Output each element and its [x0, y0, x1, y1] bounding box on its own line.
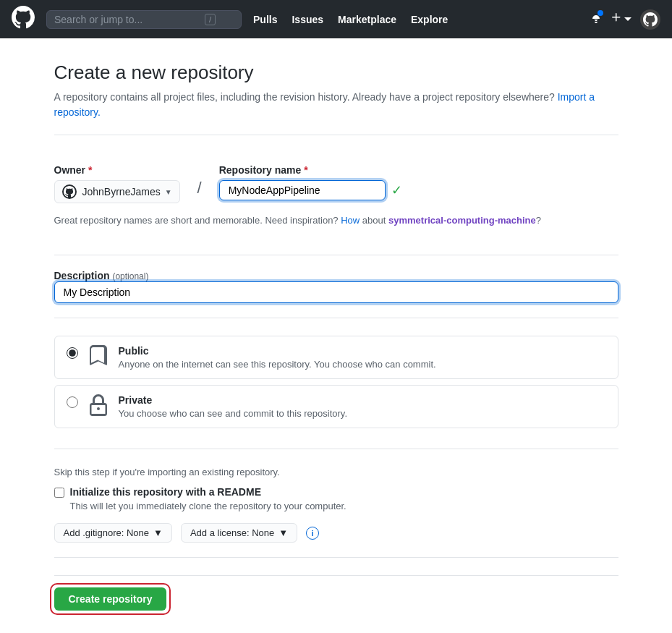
description-group: Description (optional) — [54, 270, 618, 303]
divider-3 — [54, 318, 618, 318]
private-radio[interactable] — [67, 396, 78, 408]
private-option[interactable]: Private You choose who can see and commi… — [54, 385, 618, 428]
public-title: Public — [119, 345, 436, 357]
description-label: Description (optional) — [54, 270, 149, 281]
keyboard-shortcut: / — [205, 14, 216, 25]
nav-issues[interactable]: Issues — [292, 14, 323, 25]
notification-dot — [597, 10, 603, 16]
container: Create a new repository A repository con… — [40, 61, 633, 633]
info-icon[interactable]: i — [306, 527, 319, 540]
divider-1 — [54, 135, 618, 135]
form-owner-section: Owner * JohnByrneJames ▼ / Repository na… — [54, 150, 618, 240]
divider-5 — [54, 557, 618, 558]
skip-text: Skip this step if you're importing an ex… — [54, 467, 618, 477]
nav-explore[interactable]: Explore — [411, 14, 448, 25]
public-desc: Anyone on the internet can see this repo… — [119, 359, 436, 370]
create-btn-wrapper: Create repository — [54, 587, 167, 611]
create-repository-button[interactable]: Create repository — [54, 587, 167, 611]
visibility-options: Public Anyone on the internet can see th… — [54, 336, 618, 434]
notifications-button[interactable] — [590, 12, 602, 27]
owner-name: JohnByrneJames — [82, 186, 161, 197]
repo-name-required: * — [304, 164, 307, 176]
repo-name-label: Repository name * — [219, 164, 402, 176]
owner-avatar — [62, 184, 77, 199]
main-content: Create a new repository A repository con… — [0, 38, 672, 633]
private-title: Private — [119, 394, 348, 406]
inspiration-text: Great repository names are short and mem… — [54, 215, 618, 226]
slash-separator: / — [197, 179, 202, 203]
owner-required: * — [88, 164, 92, 176]
public-option[interactable]: Public Anyone on the internet can see th… — [54, 336, 618, 379]
license-dropdown[interactable]: Add a license: None ▼ — [181, 523, 297, 543]
page-subtitle: A repository contains all project files,… — [54, 90, 618, 120]
navbar: / Pulls Issues Marketplace Explore — [0, 0, 672, 38]
github-logo[interactable] — [12, 6, 35, 33]
page-title: Create a new repository — [54, 61, 618, 84]
nav-pulls[interactable]: Pulls — [253, 14, 277, 25]
gitignore-caret: ▼ — [153, 527, 163, 538]
readme-checkbox[interactable] — [54, 488, 64, 498]
license-caret: ▼ — [278, 527, 288, 538]
public-content: Public Anyone on the internet can see th… — [119, 345, 436, 370]
divider-2 — [54, 255, 618, 255]
nav-marketplace[interactable]: Marketplace — [338, 14, 396, 25]
private-desc: You choose who can see and commit to thi… — [119, 408, 348, 419]
readme-row: Initialize this repository with a README — [54, 486, 618, 498]
inspiration-how-link[interactable]: How — [341, 215, 360, 226]
avatar[interactable] — [640, 9, 660, 30]
owner-label: Owner * — [54, 164, 180, 176]
gitignore-label: Add .gitignore: None — [64, 527, 150, 538]
add-button[interactable] — [611, 12, 631, 27]
public-icon — [87, 345, 110, 368]
owner-group: Owner * JohnByrneJames ▼ — [54, 164, 180, 203]
readme-label: Initialize this repository with a README — [70, 486, 261, 498]
dropdown-row: Add .gitignore: None ▼ Add a license: No… — [54, 523, 618, 543]
navbar-right — [590, 9, 660, 30]
owner-repo-row: Owner * JohnByrneJames ▼ / Repository na… — [54, 164, 618, 203]
owner-dropdown[interactable]: JohnByrneJames ▼ — [54, 180, 180, 203]
description-input[interactable] — [54, 281, 618, 303]
private-content: Private You choose who can see and commi… — [119, 394, 348, 419]
gitignore-dropdown[interactable]: Add .gitignore: None ▼ — [54, 523, 172, 543]
create-section: Create repository — [54, 575, 618, 611]
valid-checkmark: ✓ — [391, 182, 402, 198]
divider-4 — [54, 449, 618, 449]
inspiration-suggestion: symmetrical-computing-machine — [388, 215, 536, 226]
initialize-section: Skip this step if you're importing an ex… — [54, 467, 618, 543]
public-radio[interactable] — [67, 347, 78, 359]
description-optional: (optional) — [112, 271, 148, 281]
repo-name-group: Repository name * ✓ — [219, 164, 402, 203]
license-label: Add a license: None — [190, 527, 274, 538]
readme-sublabel: This will let you immediately clone the … — [70, 501, 618, 511]
nav-links: Pulls Issues Marketplace Explore — [253, 14, 448, 25]
private-icon — [87, 394, 110, 417]
repo-name-valid-row: ✓ — [219, 180, 402, 200]
owner-caret: ▼ — [165, 188, 172, 196]
search-input[interactable] — [54, 14, 199, 25]
repo-name-input[interactable] — [219, 180, 386, 200]
search-bar[interactable]: / — [46, 10, 242, 29]
